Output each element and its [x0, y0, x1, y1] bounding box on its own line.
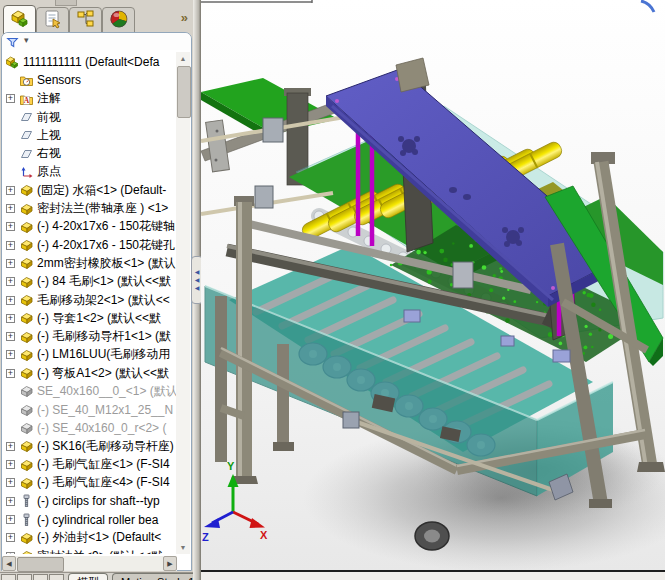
expand-toggle[interactable]: + — [6, 204, 15, 213]
panel-tab-bar: » — [0, 0, 193, 32]
expand-toggle[interactable]: + — [6, 442, 15, 451]
tab-featuremanager[interactable] — [3, 5, 36, 34]
part-icon — [19, 531, 34, 545]
tree-item[interactable]: 右视 — [3, 144, 176, 162]
expand-toggle[interactable]: + — [6, 478, 15, 487]
tree-item[interactable]: +(-) 弯板A1<2> (默认<<默 — [3, 364, 176, 382]
left-bracket-plate[interactable] — [206, 120, 230, 172]
filter-dropdown-arrow[interactable]: ▾ — [24, 35, 29, 45]
tree-item[interactable]: +(-) LM16LUU(毛刷移动用 — [3, 346, 176, 364]
tree-item[interactable]: +(-) 4-20x17x6 - 150花键轴 — [3, 218, 176, 236]
tree-item[interactable]: 1111111111 (Default<Defa — [5, 53, 176, 71]
tree-item-label: (-) SE_40_M12x1_25__N — [37, 403, 173, 417]
bead — [598, 328, 601, 331]
expand-toggle[interactable]: + — [6, 332, 15, 341]
scroll-up-arrow[interactable]: ▲ — [176, 52, 190, 65]
tree-item[interactable]: +A注解 — [3, 90, 176, 108]
tree-item[interactable]: +(-) circlips for shaft--typ — [3, 492, 176, 510]
tree-item[interactable]: +密封法兰(带轴承座 ) <1> — [3, 199, 176, 217]
scroll-right-arrow[interactable]: ▶ — [163, 556, 177, 571]
tree-item[interactable]: (-) SE_40x160_0_r<2> ( — [3, 419, 176, 437]
tree-item-label: (-) 84 毛刷<1> (默认<<默 — [37, 273, 171, 290]
expand-toggle[interactable]: + — [6, 497, 15, 506]
sensors-icon — [19, 73, 34, 87]
tree-item[interactable]: 上视 — [3, 126, 176, 144]
tab-scroll-next-button[interactable]: ▶ — [33, 574, 48, 580]
tab-scroll-last-button[interactable]: ▶| — [49, 574, 64, 580]
expand-toggle[interactable]: + — [6, 277, 15, 286]
expand-toggle[interactable]: + — [6, 241, 15, 250]
featuremanager-panel: » ▾ 1111111111 (Default<DefaSensors+A注解前… — [0, 0, 193, 580]
expand-toggle[interactable]: + — [6, 552, 15, 554]
triad-z-label: Z — [202, 531, 209, 543]
tab-motion-study[interactable]: Motion Study 1 — [112, 573, 203, 580]
expand-toggle[interactable]: + — [6, 369, 15, 378]
bead — [584, 346, 588, 350]
tab-displaymanager[interactable] — [102, 7, 135, 34]
tree-panel-body: ▾ 1111111111 (Default<DefaSensors+A注解前视上… — [1, 32, 192, 571]
vertical-scroll-thumb[interactable] — [177, 66, 191, 118]
tree-item[interactable]: (-) SE_40_M12x1_25__N — [3, 401, 176, 419]
tree-item-label: 注解 — [37, 90, 61, 107]
tree-item[interactable]: +2mm密封橡胶板<1> (默认 — [3, 254, 176, 272]
tree-item[interactable]: +(-) 毛刷气缸座<1> (F-SI4 — [3, 456, 176, 474]
expand-toggle[interactable]: + — [6, 259, 15, 268]
annotations-icon: A — [19, 92, 34, 106]
model-canvas[interactable]: Y X Z — [201, 0, 665, 570]
expand-toggle[interactable]: + — [6, 296, 15, 305]
panel-splitter[interactable]: ◀ ◀ ◀ — [193, 0, 201, 580]
tree-filter-bar[interactable]: ▾ — [2, 33, 191, 50]
graphics-area[interactable]: Y X Z — [201, 0, 665, 572]
tree-item[interactable]: SE_40x160__0_<1> (默认 — [3, 382, 176, 400]
expand-toggle[interactable]: + — [6, 533, 15, 542]
part-icon — [19, 366, 34, 380]
tab-scroll-prev-button[interactable]: ◀ — [17, 574, 32, 580]
bead — [559, 342, 563, 346]
tree-item[interactable]: +(-) 毛刷移动导杆1<1> (默 — [3, 327, 176, 345]
expand-toggle[interactable]: + — [6, 222, 15, 231]
scroll-down-arrow[interactable]: ▼ — [176, 541, 190, 554]
expand-toggle[interactable]: + — [6, 186, 15, 195]
tree-item[interactable]: +(-) SK16(毛刷移动导杆座) — [3, 437, 176, 455]
horizontal-scroll-thumb[interactable] — [17, 557, 64, 572]
propertymanager-icon — [43, 9, 63, 33]
tree-item-label: (-) 4-20x17x6 - 150花键轴 — [37, 218, 175, 235]
scroll-left-arrow[interactable]: ◀ — [2, 556, 16, 571]
part-icon — [19, 275, 34, 289]
more-tabs-chevron[interactable]: » — [181, 10, 188, 25]
tree-item[interactable]: 原点 — [3, 163, 176, 181]
tree-item[interactable]: +密封法兰<9> (默认<<默 — [3, 547, 176, 554]
part-icon — [19, 476, 34, 490]
tree-item-label: 密封法兰<9> (默认<<默 — [37, 548, 163, 554]
tree-item[interactable]: +(-) 84 毛刷<1> (默认<<默 — [3, 273, 176, 291]
tree-item-label: 2mm密封橡胶板<1> (默认 — [37, 255, 176, 272]
plane-icon — [19, 110, 34, 124]
tree-item[interactable]: +(-) cylindrical roller bea — [3, 510, 176, 528]
expand-toggle[interactable]: + — [6, 350, 15, 359]
tab-scroll-first-button[interactable]: |◀ — [1, 574, 16, 580]
expand-toggle[interactable]: + — [6, 460, 15, 469]
expand-toggle[interactable]: + — [6, 515, 15, 524]
tree-vertical-scrollbar[interactable]: ▲ ▼ — [176, 52, 190, 554]
expand-toggle[interactable]: + — [6, 94, 15, 103]
part-icon — [19, 458, 34, 472]
expand-toggle[interactable]: + — [6, 314, 15, 323]
tree-item[interactable]: +(固定) 水箱<1> (Default- — [3, 181, 176, 199]
tab-model[interactable]: 模型 — [68, 573, 108, 580]
tree-item[interactable]: +(-) 毛刷气缸座<4> (F-SI4 — [3, 474, 176, 492]
tree-item-label: 原点 — [37, 163, 61, 180]
tree-item[interactable]: +(-) 导套1<2> (默认<<默 — [3, 309, 176, 327]
tree-item[interactable]: +毛刷移动架2<1> (默认<< — [3, 291, 176, 309]
tree-item[interactable]: +(-) 外油封<1> (Default< — [3, 529, 176, 547]
tree-item[interactable]: Sensors — [3, 71, 176, 89]
tree-item[interactable]: 前视 — [3, 108, 176, 126]
tab-configurationmanager[interactable] — [69, 7, 102, 34]
bead — [416, 250, 421, 255]
part-icon — [19, 348, 34, 362]
status-bar — [201, 572, 665, 580]
tab-propertymanager[interactable] — [36, 7, 69, 34]
document-tab-bar: |◀ ◀ ▶ ▶| 模型 Motion Study 1 — [0, 572, 193, 580]
part-icon — [19, 256, 34, 270]
tree-horizontal-scrollbar[interactable]: ◀ ▶ — [2, 556, 177, 571]
tree-item[interactable]: +(-) 4-20x17x6 - 150花键孔 — [3, 236, 176, 254]
